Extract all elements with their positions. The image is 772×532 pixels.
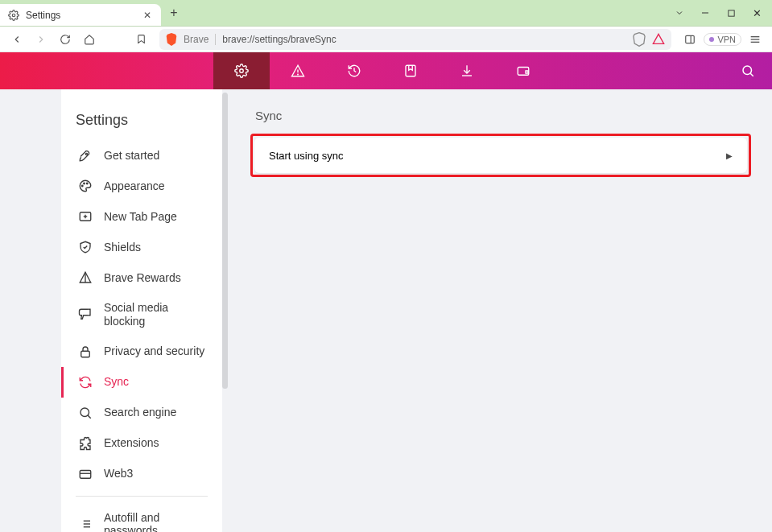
vpn-status-dot [709, 37, 714, 42]
svg-line-27 [88, 415, 91, 419]
close-icon[interactable]: ✕ [142, 10, 153, 21]
close-window-icon[interactable]: ✕ [751, 7, 762, 19]
scrollbar[interactable] [222, 93, 228, 389]
sidebar-item-label: Social media blocking [104, 301, 208, 328]
brave-shield-toolbar-icon[interactable] [633, 32, 646, 47]
wallet-card-icon [78, 467, 93, 481]
new-tab-button[interactable]: + [161, 0, 187, 26]
sidebar-title: Settings [61, 109, 222, 140]
sidebar-item-label: Sync [104, 375, 129, 389]
sidebar-item-web3[interactable]: Web3 [61, 459, 222, 489]
bookmark-button[interactable] [130, 29, 151, 50]
sidebar-item-shields[interactable]: Shields [61, 232, 222, 262]
sidebar-item-label: Web3 [104, 467, 133, 480]
back-button[interactable] [6, 29, 27, 50]
vpn-badge[interactable]: VPN [704, 33, 741, 46]
palette-icon [78, 179, 93, 193]
sidebar-item-label: Get started [104, 149, 159, 163]
section-title: Sync [250, 109, 751, 122]
sidebar-item-label: Appearance [104, 179, 165, 193]
window-controls: ✕ [674, 0, 772, 26]
svg-marker-3 [654, 34, 664, 43]
ribbon-download-icon[interactable] [439, 52, 495, 89]
sidebar-item-label: Extensions [104, 436, 159, 450]
sidebar-item-new-tab-page[interactable]: New Tab Page [61, 201, 222, 232]
content-area: Settings Get startedAppearanceNew Tab Pa… [0, 89, 772, 532]
browser-tab[interactable]: Settings ✕ [0, 4, 161, 26]
settings-sidebar: Settings Get startedAppearanceNew Tab Pa… [61, 89, 222, 532]
sidebar-item-appearance[interactable]: Appearance [61, 171, 222, 201]
sync-icon [78, 375, 93, 390]
search-icon [78, 406, 93, 420]
svg-point-0 [12, 14, 15, 17]
sidebar-item-autofill-and-passwords[interactable]: Autofill and passwords [61, 503, 222, 532]
thumbsdown-icon [78, 307, 93, 322]
svg-rect-2 [728, 10, 733, 15]
rocket-icon [78, 148, 93, 163]
autofill-icon [78, 517, 93, 531]
svg-rect-12 [406, 65, 415, 76]
puzzle-icon [78, 436, 93, 451]
sidebar-item-label: Shields [104, 241, 141, 254]
minimize-icon[interactable] [700, 7, 711, 19]
address-url: brave://settings/braveSync [222, 34, 336, 45]
start-sync-label: Start using sync [269, 150, 344, 162]
svg-point-11 [298, 74, 299, 75]
lock-icon [78, 344, 93, 359]
svg-point-17 [82, 185, 84, 187]
sidebar-item-label: Privacy and security [104, 344, 204, 358]
sidebar-item-privacy-and-security[interactable]: Privacy and security [61, 336, 222, 367]
sidebar-item-brave-rewards[interactable]: Brave Rewards [61, 262, 222, 293]
maximize-icon[interactable] [725, 7, 737, 19]
sidebar-item-sync[interactable]: Sync [61, 367, 222, 398]
svg-rect-25 [81, 351, 90, 357]
svg-point-18 [84, 183, 85, 184]
vpn-label: VPN [717, 35, 736, 44]
svg-rect-4 [686, 35, 695, 43]
sidebar-item-label: Search engine [104, 406, 176, 419]
svg-line-15 [750, 73, 753, 76]
settings-main: Sync Start using sync ▶ [229, 89, 772, 532]
ribbon-search-button[interactable] [724, 52, 772, 89]
svg-point-14 [743, 66, 752, 75]
settings-ribbon [0, 52, 772, 89]
sidebar-toggle-icon[interactable] [679, 29, 700, 50]
rewards-icon [78, 270, 93, 285]
sidebar-item-social-media-blocking[interactable]: Social media blocking [61, 293, 222, 336]
sidebar-item-extensions[interactable]: Extensions [61, 428, 222, 459]
address-product-label: Brave [184, 34, 216, 45]
menu-button[interactable] [745, 29, 766, 50]
home-button[interactable] [79, 29, 100, 50]
ribbon-bookmark-icon[interactable] [382, 52, 439, 89]
brave-shield-icon [166, 34, 177, 45]
forward-button[interactable] [31, 29, 52, 50]
address-bar[interactable]: Brave brave://settings/braveSync [159, 29, 671, 50]
sidebar-item-search-engine[interactable]: Search engine [61, 398, 222, 428]
start-sync-button[interactable]: Start using sync ▶ [254, 138, 747, 173]
chevron-right-icon: ▶ [726, 151, 733, 160]
svg-point-19 [87, 183, 89, 184]
screenshot-highlight: Start using sync ▶ [250, 134, 751, 177]
ribbon-settings-icon[interactable] [213, 52, 270, 89]
svg-point-9 [240, 69, 244, 73]
brave-rewards-toolbar-icon[interactable] [652, 33, 665, 46]
chevron-down-icon[interactable] [674, 7, 685, 19]
newtab-icon [78, 209, 93, 224]
sidebar-item-label: New Tab Page [104, 210, 177, 224]
ribbon-wallet-icon[interactable] [495, 52, 551, 89]
sidebar-item-get-started[interactable]: Get started [61, 140, 222, 171]
sidebar-item-label: Brave Rewards [104, 271, 181, 285]
toolbar: Brave brave://settings/braveSync VPN [0, 27, 772, 52]
svg-rect-28 [80, 470, 91, 478]
tab-title: Settings [26, 10, 135, 21]
sidebar-separator [76, 496, 208, 497]
shield-icon [78, 240, 93, 254]
ribbon-warning-icon[interactable] [270, 52, 326, 89]
svg-point-16 [85, 153, 87, 155]
titlebar: Settings ✕ + ✕ [0, 0, 772, 27]
ribbon-history-icon[interactable] [326, 52, 382, 89]
sidebar-item-label: Autofill and passwords [104, 511, 208, 532]
gear-icon [8, 10, 19, 21]
reload-button[interactable] [55, 29, 76, 50]
svg-point-26 [81, 408, 89, 417]
